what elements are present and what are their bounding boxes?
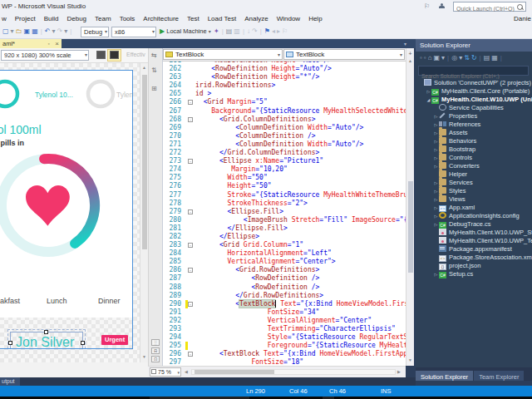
active-document-tab[interactable]: aml* ◦ × <box>0 39 62 48</box>
code-line[interactable]: 286- <Grid.RowDefinitions> <box>163 266 406 274</box>
phone-canvas[interactable]: Tylenol 10... Tylenol 10... lenol 100ml … <box>0 70 133 349</box>
chevron-collapsed-icon[interactable]: ▷ <box>433 121 439 129</box>
tree-item-helper[interactable]: Helper <box>416 170 532 179</box>
tree-item-converters[interactable]: ▷Converters <box>416 162 532 170</box>
code-line[interactable]: 295 Foreground="{StaticResource MyHealth… <box>163 342 406 350</box>
tree-item-styles[interactable]: ▷Styles <box>416 187 532 195</box>
menu-item-tools[interactable]: Tools <box>116 13 140 25</box>
menu-item-team[interactable]: Team <box>91 13 116 25</box>
tree-item-setup-cs[interactable]: ▷Setup.cs <box>416 270 532 278</box>
scroll-right-icon[interactable]: ▶ <box>397 369 401 374</box>
tool-tab-team-explorer[interactable]: Team Explorer <box>474 371 524 381</box>
home-icon[interactable]: ⌂ <box>428 52 432 64</box>
bookmark-icon[interactable]: ⚑ <box>264 25 270 38</box>
designer-code-splitter[interactable]: ⇆ ⇅ ⊞ ░ ⊟ ⊡ <box>148 48 163 377</box>
menu-item-load-test[interactable]: Load Test <box>204 13 241 25</box>
code-line[interactable]: 283- <Grid Grid.Column="1" <box>163 241 406 249</box>
code-line[interactable]: 289 </Grid.RowDefinitions> <box>163 292 406 300</box>
code-line[interactable]: 291 FontSize="34" <box>163 308 406 317</box>
quick-launch-box[interactable] <box>453 2 526 12</box>
collapse-box-icon[interactable]: - <box>188 268 193 273</box>
menu-item-build[interactable]: Build <box>40 13 63 25</box>
tree-item-app-xaml[interactable]: ▷App.xaml <box>416 204 532 212</box>
resize-handle-left[interactable] <box>8 341 12 345</box>
pin-icon[interactable]: ◦ <box>48 39 50 48</box>
collapse-box-icon[interactable]: - <box>188 243 193 248</box>
open-folder-icon[interactable]: 🗀 <box>16 25 22 38</box>
collapse-box-icon[interactable]: - <box>188 100 193 105</box>
code-line[interactable]: 275 Width="50" <box>163 174 406 182</box>
tree-item-references[interactable]: ▷References <box>416 121 532 129</box>
expand-top-pane-button[interactable]: ░ <box>151 339 160 346</box>
close-icon[interactable]: × <box>55 39 59 48</box>
collapse-pane-button[interactable]: ⊟ <box>151 347 160 354</box>
scroll-up-icon[interactable]: ▲ <box>142 65 146 70</box>
code-line[interactable]: 279- <Ellipse.Fill> <box>163 208 406 216</box>
save-all-icon[interactable]: ▦ <box>32 25 38 38</box>
code-line[interactable]: 290- <TextBlock Text="{x:Bind HomeViewMo… <box>163 300 406 308</box>
patient-name-text[interactable]: Jon Silver <box>16 335 74 349</box>
code-line[interactable]: 293 TextTrimming="CharacterEllipsis" <box>163 325 406 333</box>
code-line[interactable]: 282 </Ellipse> <box>163 233 406 241</box>
outline-margin[interactable]: - <box>188 266 195 274</box>
menu-item-analyze[interactable]: Analyze <box>240 13 272 25</box>
new-item-icon[interactable]: ▢ <box>2 25 9 38</box>
resize-handle-top[interactable] <box>44 330 48 334</box>
tree-item-applicationinsights-config[interactable]: ▷ApplicationInsights.config <box>416 212 532 220</box>
properties-doc-icon[interactable]: ▦ <box>491 52 498 64</box>
start-debug-button[interactable]: ▶ Local Machine ▾ <box>160 27 211 37</box>
scrollbar-thumb[interactable] <box>408 181 413 273</box>
scroll-down-icon[interactable]: ▼ <box>408 357 412 362</box>
code-line[interactable]: 263 <RowDefinition Height="*"/> <box>163 73 406 81</box>
vertical-split-icon[interactable]: ⇅ <box>151 66 157 74</box>
chevron-collapsed-icon[interactable]: ▷ <box>433 204 439 212</box>
scrollbar-thumb[interactable] <box>195 370 274 374</box>
tree-item-controls[interactable]: ▷Controls <box>416 154 532 162</box>
step-over-icon[interactable]: ↷ <box>252 25 258 38</box>
dropdown-arrow-icon[interactable]: ▾ <box>11 25 14 38</box>
collapse-box-icon[interactable]: - <box>188 159 193 164</box>
chevron-collapsed-icon[interactable]: ▷ <box>433 112 439 121</box>
xaml-code-editor[interactable]: 261 <RowDefinition Height="Auto"/>262 <R… <box>163 62 406 366</box>
chevron-collapsed-icon[interactable]: ▷ <box>433 212 439 220</box>
tree-item-myhealth-client-w10-uwp-tempor[interactable]: MyHealth.Client.W10.UWP_Temporar <box>416 237 532 245</box>
menu-item-test[interactable]: Test <box>183 13 204 25</box>
outline-margin[interactable]: - <box>188 157 195 165</box>
bookmark-next-icon[interactable]: ▸ <box>277 25 280 38</box>
selected-textblock-adorner[interactable]: Jon Silver <box>10 332 83 349</box>
menu-item-architecture[interactable]: Architecture <box>139 13 183 25</box>
chevron-collapsed-icon[interactable]: ▷ <box>433 145 439 154</box>
code-line[interactable]: 280 <ImageBrush Stretch="Fill" ImageSour… <box>163 216 406 224</box>
code-line[interactable]: 297 FontSize="18" <box>163 358 406 366</box>
swap-panes-icon[interactable]: ⇆ <box>151 52 157 59</box>
signed-in-user[interactable]: Danie <box>514 13 532 25</box>
expand-bottom-pane-button[interactable]: ⊡ <box>151 356 160 362</box>
chevron-collapsed-icon[interactable]: ▷ <box>426 87 431 96</box>
display-mode-icon[interactable] <box>96 51 106 59</box>
scope-icon[interactable]: ◎ <box>451 52 457 64</box>
scroll-down-icon[interactable]: ▼ <box>142 354 146 359</box>
platform-dropdown[interactable]: x86▾ <box>111 27 156 37</box>
display-theme-icon[interactable] <box>110 51 119 59</box>
step-in-icon[interactable]: ↓ <box>247 25 250 38</box>
tree-item-behaviors[interactable]: ▷Behaviors <box>416 137 532 145</box>
chevron-expanded-icon[interactable]: ◢ <box>426 96 431 104</box>
build-tool-faded-icon[interactable]: ▥ <box>234 25 240 38</box>
editor-zoom-dropdown[interactable]: 75 % ▾ <box>150 367 181 377</box>
sync-selection-icon[interactable]: ⇅ <box>464 52 470 64</box>
tab-list-dropdown-icon[interactable]: ▾ <box>404 41 406 47</box>
solution-config-dropdown[interactable]: Debug▾ <box>81 27 109 37</box>
code-line[interactable]: 270 <ColumnDefinition /> <box>163 132 406 140</box>
code-line[interactable]: 288 <RowDefinition /> <box>163 283 406 292</box>
chevron-collapsed-icon[interactable]: ▷ <box>433 187 439 195</box>
wand-icon[interactable]: ✦ <box>214 25 219 38</box>
save-icon[interactable]: ▣ <box>24 25 31 38</box>
tool-tab-solution-explorer[interactable]: Solution Explorer <box>416 371 473 381</box>
chevron-collapsed-icon[interactable]: ▷ <box>433 270 439 278</box>
undo-icon[interactable]: ↶ <box>45 25 51 38</box>
tree-item-package-appxmanifest[interactable]: Package.appxmanifest <box>416 245 532 254</box>
chevron-collapsed-icon[interactable]: ▷ <box>433 129 439 137</box>
scrollbar-thumb[interactable] <box>142 75 147 249</box>
code-line[interactable]: 268- <Grid.ColumnDefinitions> <box>163 116 406 124</box>
collapse-box-icon[interactable]: - <box>188 117 193 122</box>
